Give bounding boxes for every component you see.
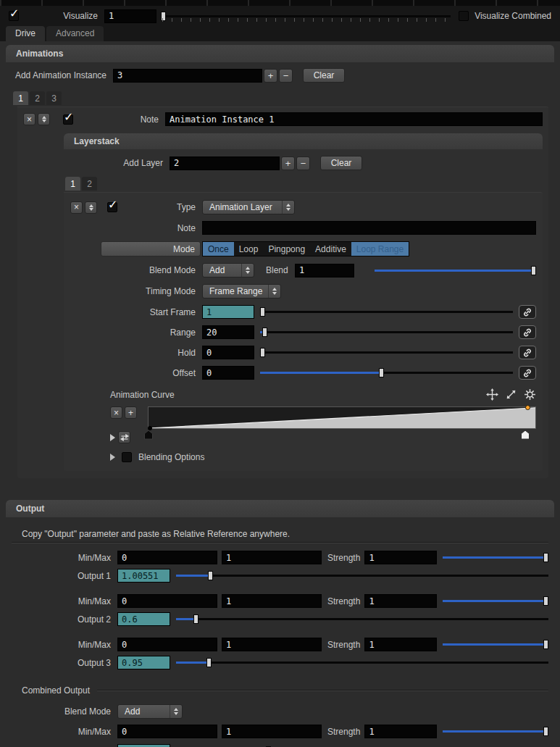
reorder-instance-button[interactable]: [38, 113, 50, 125]
type-dropdown[interactable]: Animation Layer: [202, 200, 295, 214]
max-input[interactable]: 1: [222, 594, 322, 608]
max-input[interactable]: 1: [222, 725, 322, 738]
ramp-settings-button[interactable]: [524, 388, 536, 401]
slider-handle[interactable]: [161, 12, 166, 21]
start-frame-slider[interactable]: [260, 306, 513, 317]
animations-section-header[interactable]: Animations: [6, 45, 554, 62]
offset-input[interactable]: 0: [202, 366, 254, 380]
start-frame-link-button[interactable]: [519, 305, 536, 319]
hold-link-button[interactable]: [519, 346, 536, 359]
layer-tab-2[interactable]: 2: [82, 177, 97, 191]
slider-handle[interactable]: [543, 727, 548, 736]
slider-handle[interactable]: [543, 553, 548, 562]
output1-slider[interactable]: [176, 570, 548, 581]
offset-link-button[interactable]: [519, 366, 536, 380]
collapse-arrow-icon[interactable]: [110, 454, 115, 461]
ramp-key-point[interactable]: [525, 405, 530, 410]
ramp-scale-button[interactable]: [505, 388, 517, 401]
slider-handle[interactable]: [260, 348, 265, 357]
slider-handle[interactable]: [193, 614, 198, 624]
remove-instance-button[interactable]: ×: [23, 113, 35, 125]
ramp-curve-area[interactable]: [148, 406, 536, 429]
mode-once[interactable]: Once: [203, 242, 234, 256]
offset-slider[interactable]: [260, 367, 513, 378]
mode-label-button[interactable]: Mode: [101, 241, 201, 256]
mode-loop-range[interactable]: Loop Range: [351, 242, 409, 256]
strength-slider[interactable]: [443, 596, 548, 606]
range-slider[interactable]: [260, 327, 513, 338]
min-input[interactable]: 0: [117, 725, 217, 738]
strength-input[interactable]: 1: [364, 725, 437, 738]
mode-loop[interactable]: Loop: [234, 242, 264, 256]
strength-input[interactable]: 1: [364, 551, 437, 564]
ramp-handle-left[interactable]: [143, 430, 154, 440]
min-input[interactable]: 0: [117, 594, 217, 608]
strength-slider[interactable]: [443, 639, 548, 650]
clear-layers-button[interactable]: Clear: [320, 156, 362, 170]
layerstack-header[interactable]: Layerstack: [64, 133, 543, 149]
mode-additive[interactable]: Additive: [310, 242, 351, 256]
blending-options-checkbox[interactable]: [122, 452, 132, 462]
output-section-header[interactable]: Output: [6, 500, 554, 517]
strength-input[interactable]: 1: [364, 594, 437, 608]
add-layer-input[interactable]: 2: [170, 157, 280, 170]
tab-advanced[interactable]: Advanced: [46, 26, 104, 41]
output2-slider[interactable]: [176, 614, 548, 625]
min-input[interactable]: 0: [117, 551, 217, 564]
slider-handle[interactable]: [379, 368, 384, 377]
slider-handle[interactable]: [260, 307, 265, 317]
strength-slider[interactable]: [443, 726, 548, 737]
slider-handle[interactable]: [543, 596, 548, 606]
slider-handle[interactable]: [543, 640, 548, 649]
visualize-checkbox[interactable]: ✓: [9, 11, 19, 21]
clear-instances-button[interactable]: Clear: [303, 68, 345, 83]
blend-input[interactable]: 1: [295, 264, 354, 277]
blend-mode-dropdown[interactable]: Add: [202, 263, 254, 277]
visualize-slider[interactable]: [161, 11, 451, 22]
slider-handle[interactable]: [531, 266, 536, 275]
visualize-input[interactable]: 1: [104, 9, 156, 23]
output3-slider[interactable]: [176, 657, 548, 668]
min-input[interactable]: 0: [117, 638, 217, 651]
slider-handle[interactable]: [208, 571, 213, 580]
max-input[interactable]: 1: [222, 638, 322, 651]
instance-note-input[interactable]: Animation Instance 1: [165, 112, 543, 126]
slider-handle[interactable]: [262, 327, 267, 337]
range-link-button[interactable]: [519, 325, 536, 339]
hold-slider[interactable]: [260, 347, 513, 358]
ramp-handle-right[interactable]: [520, 430, 530, 440]
tab-drive[interactable]: Drive: [6, 26, 45, 41]
instance-tab-2[interactable]: 2: [30, 91, 45, 105]
ramp-pan-button[interactable]: [486, 388, 498, 401]
combined-output-value[interactable]: 2.55551: [117, 744, 170, 747]
instance-tab-3[interactable]: 3: [46, 91, 62, 105]
add-layer-plus-button[interactable]: +: [281, 157, 295, 170]
output3-value[interactable]: 0.95: [117, 656, 170, 669]
add-instance-input[interactable]: 3: [113, 69, 262, 83]
ramp-cycle-button[interactable]: [118, 431, 130, 443]
ramp-add-key-button[interactable]: +: [125, 406, 137, 419]
remove-layer-button[interactable]: ×: [70, 201, 83, 214]
layer-tab-1[interactable]: 1: [65, 177, 80, 191]
add-layer-minus-button[interactable]: −: [296, 157, 310, 170]
output1-value[interactable]: 1.00551: [117, 569, 170, 583]
hold-input[interactable]: 0: [202, 346, 254, 359]
strength-input[interactable]: 1: [364, 638, 437, 651]
ramp-expand-arrow[interactable]: [110, 434, 115, 441]
layer-note-input[interactable]: [202, 221, 536, 235]
start-frame-input[interactable]: 1: [202, 305, 254, 319]
instance-tab-1[interactable]: 1: [13, 91, 28, 105]
ramp-delete-key-button[interactable]: ×: [110, 406, 122, 419]
reorder-layer-button[interactable]: [85, 201, 97, 214]
slider-handle[interactable]: [206, 658, 212, 667]
max-input[interactable]: 1: [222, 551, 322, 564]
range-input[interactable]: 20: [202, 325, 254, 339]
visualize-combined-checkbox[interactable]: [459, 11, 469, 21]
add-instance-plus-button[interactable]: +: [264, 69, 277, 83]
add-instance-minus-button[interactable]: −: [279, 69, 293, 83]
layer-enable-checkbox[interactable]: ✓: [107, 202, 117, 212]
combined-blend-mode-dropdown[interactable]: Add: [117, 704, 183, 719]
mode-pingpong[interactable]: Pingpong: [263, 242, 310, 256]
blend-slider[interactable]: [375, 265, 536, 276]
instance-enable-checkbox[interactable]: ✓: [63, 114, 73, 125]
